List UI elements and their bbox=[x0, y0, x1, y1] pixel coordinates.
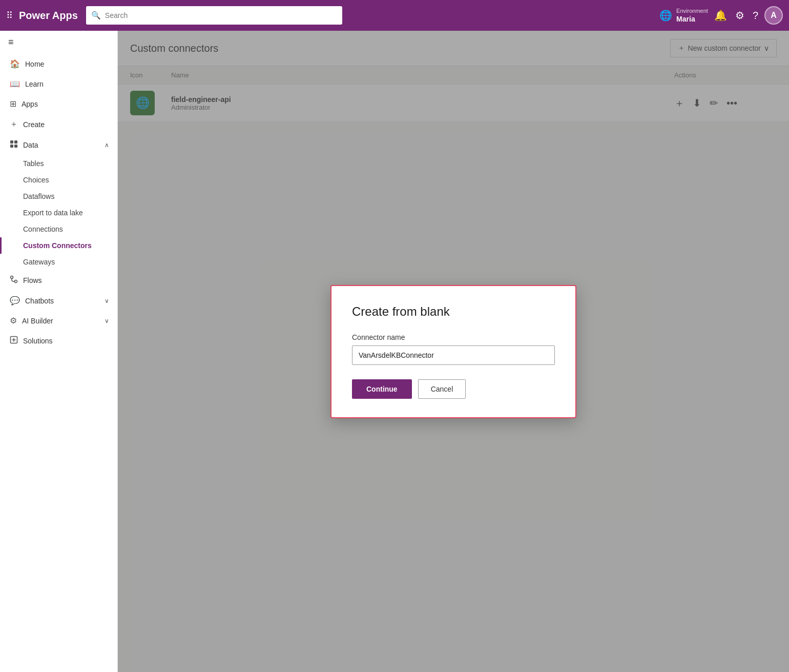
main-content: Custom connectors ＋ New custom connector… bbox=[118, 31, 789, 672]
search-input[interactable] bbox=[105, 11, 337, 19]
settings-icon[interactable]: ⚙ bbox=[733, 7, 746, 24]
sidebar-item-label: Flows bbox=[23, 276, 109, 284]
svg-rect-0 bbox=[10, 140, 13, 144]
chevron-up-icon: ∧ bbox=[105, 141, 109, 149]
ai-builder-icon: ⚙ bbox=[10, 316, 17, 325]
sidebar-item-label: Learn bbox=[25, 80, 109, 88]
svg-rect-1 bbox=[14, 140, 17, 144]
svg-rect-2 bbox=[10, 145, 13, 148]
data-icon bbox=[10, 140, 18, 150]
environment-icon: 🌐 bbox=[659, 9, 672, 22]
sidebar-item-solutions[interactable]: Solutions bbox=[0, 331, 117, 351]
layout: ≡ 🏠 Home 📖 Learn ⊞ Apps ＋ Create Data ∧ … bbox=[0, 31, 789, 672]
sidebar-subitem-export-to-data-lake[interactable]: Export to data lake bbox=[0, 205, 117, 221]
sidebar-item-label: Solutions bbox=[23, 337, 109, 345]
search-icon: 🔍 bbox=[91, 11, 101, 20]
modal-overlay: Create from blank Connector name Continu… bbox=[118, 31, 789, 672]
svg-rect-3 bbox=[14, 145, 17, 148]
create-icon: ＋ bbox=[10, 119, 18, 130]
home-icon: 🏠 bbox=[10, 59, 20, 69]
sidebar-item-label: AI Builder bbox=[22, 317, 99, 325]
topbar: ⠿ Power Apps 🔍 🌐 Environment Maria 🔔 ⚙ ?… bbox=[0, 0, 789, 31]
solutions-icon bbox=[10, 336, 18, 346]
sidebar-item-label: Home bbox=[25, 60, 109, 68]
sidebar-item-label: Create bbox=[23, 120, 109, 129]
sidebar-item-flows[interactable]: Flows bbox=[0, 270, 117, 291]
connector-name-label: Connector name bbox=[352, 333, 555, 341]
app-logo: Power Apps bbox=[19, 10, 78, 22]
environment-text: Environment Maria bbox=[676, 7, 708, 24]
continue-button[interactable]: Continue bbox=[352, 379, 412, 399]
dialog-title: Create from blank bbox=[352, 304, 555, 319]
chevron-down-icon: ∨ bbox=[105, 297, 109, 304]
help-icon[interactable]: ? bbox=[751, 8, 760, 24]
sidebar-item-chatbots[interactable]: 💬 Chatbots ∨ bbox=[0, 291, 117, 311]
flows-icon bbox=[10, 275, 18, 286]
grid-icon[interactable]: ⠿ bbox=[6, 10, 13, 21]
create-from-blank-dialog: Create from blank Connector name Continu… bbox=[330, 285, 576, 418]
sidebar-subitem-gateways[interactable]: Gateways bbox=[0, 254, 117, 270]
topbar-right: 🌐 Environment Maria 🔔 ⚙ ? A bbox=[659, 6, 783, 25]
avatar[interactable]: A bbox=[764, 6, 783, 25]
dialog-buttons: Continue Cancel bbox=[352, 379, 555, 399]
sidebar: ≡ 🏠 Home 📖 Learn ⊞ Apps ＋ Create Data ∧ … bbox=[0, 31, 118, 672]
chevron-down-icon: ∨ bbox=[105, 317, 109, 324]
sidebar-item-data[interactable]: Data ∧ bbox=[0, 135, 117, 155]
sidebar-item-home[interactable]: 🏠 Home bbox=[0, 54, 117, 74]
sidebar-item-label: Apps bbox=[22, 100, 109, 108]
sidebar-collapse-btn[interactable]: ≡ bbox=[0, 31, 117, 54]
cancel-button[interactable]: Cancel bbox=[418, 379, 466, 399]
learn-icon: 📖 bbox=[10, 79, 20, 89]
chatbots-icon: 💬 bbox=[10, 296, 20, 306]
sidebar-subitem-choices[interactable]: Choices bbox=[0, 172, 117, 188]
sidebar-item-ai-builder[interactable]: ⚙ AI Builder ∨ bbox=[0, 311, 117, 331]
sidebar-item-apps[interactable]: ⊞ Apps bbox=[0, 94, 117, 114]
sidebar-subitem-tables[interactable]: Tables bbox=[0, 155, 117, 172]
sidebar-item-label: Chatbots bbox=[25, 297, 99, 305]
sidebar-item-create[interactable]: ＋ Create bbox=[0, 114, 117, 135]
svg-point-5 bbox=[15, 280, 17, 283]
sidebar-item-learn[interactable]: 📖 Learn bbox=[0, 74, 117, 94]
sidebar-subitem-dataflows[interactable]: Dataflows bbox=[0, 188, 117, 205]
apps-icon: ⊞ bbox=[10, 99, 16, 109]
notification-icon[interactable]: 🔔 bbox=[712, 7, 729, 24]
connector-name-input[interactable] bbox=[352, 345, 555, 365]
sidebar-subitem-custom-connectors[interactable]: Custom Connectors bbox=[0, 237, 117, 254]
environment-selector[interactable]: 🌐 Environment Maria bbox=[659, 7, 708, 24]
search-box[interactable]: 🔍 bbox=[86, 6, 342, 25]
sidebar-subitem-connections[interactable]: Connections bbox=[0, 221, 117, 237]
sidebar-item-label: Data bbox=[23, 141, 99, 149]
